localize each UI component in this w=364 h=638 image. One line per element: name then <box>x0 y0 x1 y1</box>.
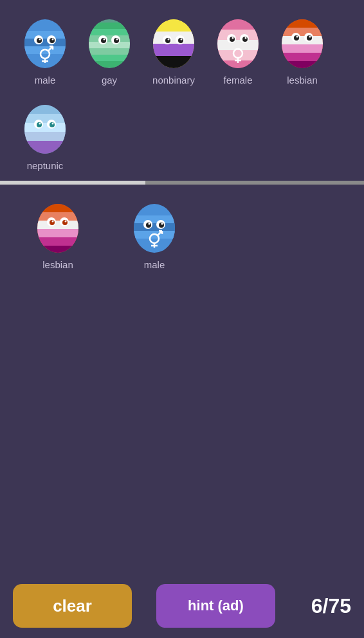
svg-point-10 <box>52 39 54 41</box>
egg-female-top[interactable]: female <box>212 13 264 86</box>
egg-lesbian-bottom-label: lesbian <box>42 259 73 270</box>
svg-rect-91 <box>37 221 78 229</box>
svg-rect-20 <box>89 29 130 35</box>
svg-rect-46 <box>217 19 259 30</box>
svg-rect-92 <box>37 229 78 237</box>
svg-rect-23 <box>89 48 130 55</box>
svg-point-30 <box>104 39 105 41</box>
egg-lesbian-bottom[interactable]: lesbian <box>32 197 84 304</box>
svg-rect-63 <box>282 28 323 36</box>
svg-rect-65 <box>282 44 323 53</box>
egg-lesbian-top[interactable]: lesbian <box>277 13 328 86</box>
svg-rect-22 <box>89 42 130 48</box>
svg-rect-79 <box>24 132 66 141</box>
egg-male-bottom[interactable]: male <box>129 197 180 304</box>
egg-male-top-label: male <box>35 75 56 86</box>
svg-point-9 <box>39 39 41 41</box>
egg-male-bottom-label: male <box>144 259 165 270</box>
svg-point-42 <box>168 39 170 41</box>
svg-rect-103 <box>134 215 175 223</box>
svg-rect-89 <box>37 204 78 212</box>
svg-rect-36 <box>153 44 194 56</box>
svg-rect-76 <box>24 105 66 114</box>
svg-point-111 <box>161 223 163 225</box>
svg-rect-62 <box>282 19 323 28</box>
svg-rect-37 <box>153 56 194 68</box>
svg-point-110 <box>149 223 150 225</box>
svg-rect-93 <box>37 237 78 246</box>
svg-point-43 <box>181 39 183 41</box>
svg-rect-19 <box>89 23 130 29</box>
egg-neptunic-top[interactable]: neptunic <box>19 98 71 171</box>
egg-female-top-label: female <box>223 75 252 86</box>
svg-point-55 <box>232 37 234 39</box>
svg-rect-35 <box>153 32 194 44</box>
svg-rect-2 <box>24 31 66 39</box>
svg-point-56 <box>245 37 247 39</box>
svg-point-85 <box>39 123 41 125</box>
egg-nonbinary-top-label: nonbinary <box>152 75 195 86</box>
egg-gay-top[interactable]: gay <box>84 13 135 86</box>
egg-neptunic-top-label: neptunic <box>27 160 64 171</box>
svg-rect-80 <box>24 141 66 154</box>
answer-area: lesbian <box>0 185 364 313</box>
egg-male-top[interactable]: male <box>19 13 71 86</box>
svg-rect-3 <box>24 39 66 46</box>
svg-rect-94 <box>37 246 78 253</box>
top-egg-pool: male gay <box>0 0 364 181</box>
svg-rect-77 <box>24 114 66 123</box>
svg-rect-64 <box>282 36 323 44</box>
egg-nonbinary-top[interactable]: nonbinary <box>148 13 199 86</box>
svg-point-99 <box>52 221 54 223</box>
svg-rect-24 <box>89 55 130 61</box>
clear-button[interactable]: clear <box>13 584 132 628</box>
svg-point-31 <box>116 39 118 41</box>
egg-lesbian-top-label: lesbian <box>287 75 318 86</box>
svg-rect-90 <box>37 212 78 221</box>
svg-point-72 <box>296 36 298 38</box>
svg-rect-104 <box>134 223 175 231</box>
svg-point-73 <box>309 36 311 38</box>
svg-rect-66 <box>282 53 323 61</box>
score-display: 6/75 <box>300 594 351 618</box>
footer: clear hint (ad) 6/75 <box>0 574 364 638</box>
hint-button[interactable]: hint (ad) <box>156 584 275 628</box>
svg-rect-21 <box>89 35 130 42</box>
svg-rect-47 <box>217 30 259 40</box>
svg-rect-67 <box>282 61 323 68</box>
egg-gay-top-label: gay <box>102 75 117 86</box>
svg-point-86 <box>52 123 54 125</box>
svg-rect-34 <box>153 19 194 32</box>
svg-rect-25 <box>89 61 130 68</box>
svg-point-100 <box>65 221 67 223</box>
svg-rect-78 <box>24 123 66 132</box>
